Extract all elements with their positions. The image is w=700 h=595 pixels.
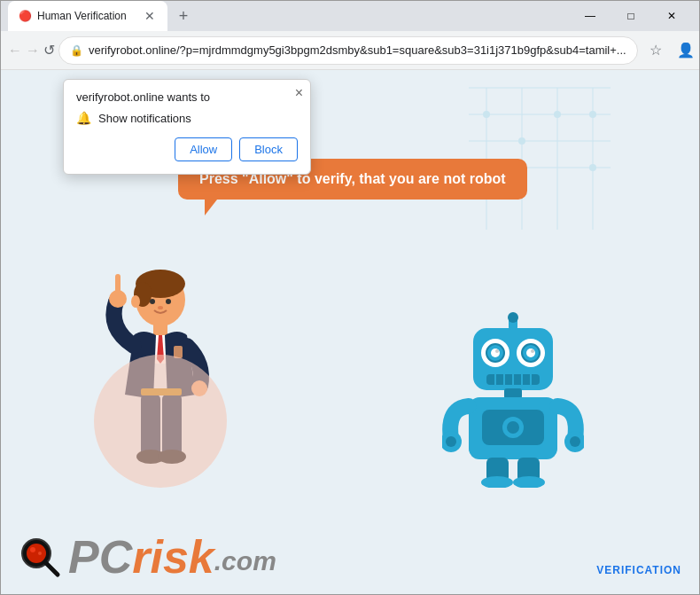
browser-tab[interactable]: 🔴 Human Verification ✕ <box>8 1 167 31</box>
back-button[interactable]: ← <box>8 36 22 65</box>
refresh-button[interactable]: ↺ <box>43 36 55 65</box>
maximize-button[interactable]: □ <box>611 1 651 31</box>
svg-point-58 <box>570 436 580 447</box>
svg-point-6 <box>131 295 140 308</box>
popup-notification-label: Show notifications <box>98 112 191 125</box>
lock-icon: 🔒 <box>70 44 83 57</box>
address-bar[interactable]: 🔒 verifyrobot.online/?p=mjrdmmdgmy5gi3bp… <box>58 36 638 65</box>
businessman-circle-bg <box>94 355 227 488</box>
close-button[interactable]: ✕ <box>651 1 692 31</box>
svg-point-65 <box>30 547 35 552</box>
svg-point-56 <box>446 436 456 447</box>
bell-icon: 🔔 <box>76 111 91 125</box>
svg-point-3 <box>150 299 155 304</box>
logo-area: PC risk .com <box>19 534 276 580</box>
url-text: verifyrobot.online/?p=mjrdmmdgmy5gi3bpgm… <box>89 43 626 57</box>
svg-point-5 <box>158 306 163 309</box>
block-button[interactable]: Block <box>239 137 298 161</box>
svg-point-43 <box>531 349 534 353</box>
bookmark-button[interactable]: ☆ <box>642 36 670 65</box>
logo-text: PC risk .com <box>68 534 276 580</box>
svg-point-35 <box>508 312 518 323</box>
logo-risk: risk <box>132 534 214 580</box>
svg-point-40 <box>491 348 500 357</box>
svg-point-41 <box>526 348 535 357</box>
popup-buttons: Allow Block <box>76 137 298 161</box>
tab-label: Human Verification <box>37 10 127 22</box>
businessman-character <box>89 257 231 488</box>
svg-rect-7 <box>153 323 167 335</box>
verification-badge: VERIFICATION <box>596 564 681 576</box>
popup-notification-row: 🔔 Show notifications <box>76 111 298 125</box>
popup-close-button[interactable]: × <box>295 85 303 101</box>
toolbar: ← → ↺ 🔒 verifyrobot.online/?p=mjrdmmdgmy… <box>1 31 699 70</box>
svg-point-27 <box>483 111 490 118</box>
popup-title: verifyrobot.online wants to <box>76 90 298 104</box>
page-content: × verifyrobot.online wants to 🔔 Show not… <box>1 70 699 594</box>
account-button[interactable]: 👤 <box>672 36 700 65</box>
svg-point-66 <box>38 552 42 555</box>
logo-dotcom: .com <box>214 548 276 575</box>
svg-point-32 <box>589 111 596 118</box>
forward-button[interactable]: → <box>26 36 40 65</box>
robot-character <box>442 310 584 488</box>
tab-favicon: 🔴 <box>19 10 32 22</box>
svg-point-28 <box>518 137 525 145</box>
svg-point-64 <box>27 544 46 563</box>
titlebar: 🔴 Human Verification ✕ + — □ ✕ <box>1 1 699 31</box>
toolbar-right: ☆ 👤 ⋮ <box>642 36 700 65</box>
svg-line-67 <box>46 563 58 575</box>
robot-svg <box>442 310 584 488</box>
tab-close-button[interactable]: ✕ <box>143 9 157 23</box>
logo-icon <box>19 536 61 578</box>
browser-window: 🔴 Human Verification ✕ + — □ ✕ ← → ↺ 🔒 v… <box>0 0 700 595</box>
svg-point-29 <box>554 111 561 118</box>
window-controls: — □ ✕ <box>570 1 692 31</box>
svg-point-4 <box>166 299 171 304</box>
allow-button[interactable]: Allow <box>175 137 232 161</box>
notification-popup: × verifyrobot.online wants to 🔔 Show not… <box>63 79 311 175</box>
logo-pc: PC <box>68 534 132 580</box>
new-tab-button[interactable]: + <box>171 4 196 28</box>
minimize-button[interactable]: — <box>570 1 611 31</box>
svg-point-30 <box>589 164 596 171</box>
svg-point-54 <box>507 421 519 434</box>
svg-point-42 <box>495 349 499 353</box>
